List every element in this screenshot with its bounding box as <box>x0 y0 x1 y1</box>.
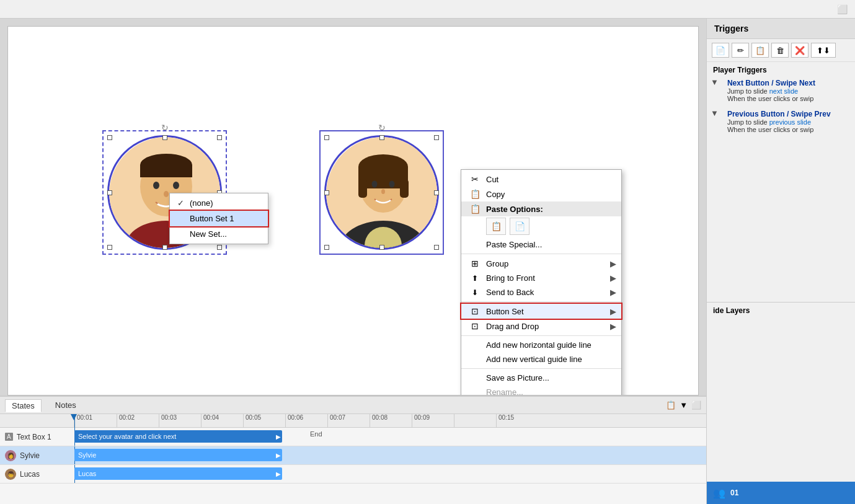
ruler-0005: 00:05 <box>243 414 285 427</box>
bottom-bar-avatar-icon: 👥 <box>713 487 725 499</box>
handle-tl[interactable] <box>107 135 112 140</box>
menu-cut[interactable]: ✂ Cut <box>461 172 621 187</box>
handle-tr[interactable] <box>217 135 222 140</box>
handle-sylvie-tc[interactable] <box>379 135 384 140</box>
triggers-toolbar: 📄 ✏ 📋 🗑 ❌ ⬆⬇ <box>707 39 855 62</box>
trigger-updown-btn[interactable]: ⬆⬇ <box>811 43 836 58</box>
bar-lucas[interactable]: Lucas ▶ <box>74 467 282 480</box>
handle-sylvie-bc[interactable] <box>379 245 384 250</box>
bar-sylvie[interactable]: Sylvie ▶ <box>74 449 282 461</box>
trigger-delete-all-btn[interactable]: ❌ <box>791 43 808 58</box>
handle-br[interactable] <box>217 245 222 250</box>
handle-sylvie-tr[interactable] <box>434 135 439 140</box>
canvas-area: ↻ <box>0 19 706 504</box>
trigger-new-btn[interactable]: 📄 <box>712 43 729 58</box>
rotate-handle-sylvie[interactable]: ↻ <box>377 123 387 133</box>
rotate-handle-lucas[interactable]: ↻ <box>160 123 170 133</box>
menu-add-v-guide[interactable]: Add new vertical guide line <box>461 352 621 366</box>
bring-front-arrow: ▶ <box>610 273 616 283</box>
avatar-sylvie-circle[interactable] <box>324 135 439 250</box>
handle-bc[interactable] <box>162 245 167 250</box>
menu-send-back[interactable]: ⬇ Send to Back ▶ <box>461 285 621 299</box>
playhead-line-top <box>74 414 75 428</box>
menu-save-picture-label: Save as Picture... <box>486 373 549 382</box>
timeline-tool-3[interactable]: ⬜ <box>691 400 701 410</box>
menu-paste-special[interactable]: Paste Special... <box>461 237 621 252</box>
menu-paste-options: 📋 Paste Options: <box>461 201 621 216</box>
tabs-row: States Notes 📋 ▼ ⬜ <box>0 397 706 414</box>
expand-arrow-1[interactable]: ▼ <box>711 77 719 87</box>
tab-notes[interactable]: Notes <box>49 399 82 411</box>
paste-btn-1[interactable]: 📋 <box>486 218 506 235</box>
svg-point-5 <box>153 182 159 189</box>
handle-sylvie-mr[interactable] <box>434 190 439 195</box>
paste-btn-2[interactable]: 📄 <box>510 218 529 235</box>
bar-textbox1[interactable]: Select your avatar and click next ▶ <box>74 430 282 443</box>
send-back-arrow: ▶ <box>610 288 616 297</box>
check-none: ✓ <box>177 198 187 208</box>
context-menu: ✂ Cut 📋 Copy 📋 Paste Options: 📋 📄 <box>461 169 622 396</box>
trigger-duplicate-btn[interactable]: 📋 <box>751 43 769 58</box>
group-icon: ⊞ <box>469 259 481 268</box>
bottom-bar: 👥 01 <box>707 482 855 504</box>
avatar-sylvie-img <box>324 135 439 250</box>
trigger2-detail: Jump to slide previous slide <box>727 118 831 126</box>
timeline-track-textbox1: Select your avatar and click next ▶ End <box>74 428 706 446</box>
send-back-icon: ⬇ <box>469 288 481 297</box>
timeline-label-sylvie: 👩 Sylvie <box>0 450 74 461</box>
cut-icon: ✂ <box>469 174 481 184</box>
bar-textbox1-label: Select your avatar and click next <box>78 433 176 440</box>
trigger1-line2: When the user clicks or swip <box>727 95 815 102</box>
menu-bring-front[interactable]: ⬆ Bring to Front ▶ <box>461 271 621 285</box>
trigger1-link1[interactable]: next slide <box>769 87 798 95</box>
svg-point-6 <box>173 182 179 189</box>
button-set-icon: ⊡ <box>469 306 481 316</box>
handle-sylvie-ml[interactable] <box>324 190 329 195</box>
handle-bl[interactable] <box>107 245 112 250</box>
avatar-sylvie-wrapper[interactable]: ↻ <box>324 123 439 250</box>
handle-sylvie-tl[interactable] <box>324 135 329 140</box>
handle-sylvie-br[interactable] <box>434 245 439 250</box>
triggers-title: Triggers <box>714 24 748 33</box>
submenu-button-set-1-label: Button Set 1 <box>190 214 234 223</box>
menu-group[interactable]: ⊞ Group ▶ <box>461 256 621 271</box>
menu-copy[interactable]: 📋 Copy <box>461 187 621 201</box>
ruler-0015: 00:15 <box>496 414 538 427</box>
menu-add-v-guide-label: Add new vertical guide line <box>486 355 582 364</box>
svg-point-18 <box>381 189 385 194</box>
menu-add-h-guide-label: Add new horizontal guide line <box>486 340 591 350</box>
timeline-tool-1[interactable]: 📋 <box>666 400 676 410</box>
menu-drag-drop-label: Drag and Drop <box>486 322 539 331</box>
tab-states[interactable]: States <box>5 399 42 412</box>
group-arrow: ▶ <box>610 259 616 268</box>
menu-drag-drop[interactable]: ⊡ Drag and Drop ▶ <box>461 319 621 334</box>
timeline-row-lucas: 👦 Lucas Lucas ▶ <box>0 465 706 484</box>
ruler-0006: 00:06 <box>285 414 327 427</box>
submenu-new-set[interactable]: ✓ New Set... <box>170 226 268 242</box>
timeline-tool-2[interactable]: ▼ <box>680 400 688 410</box>
copy-icon: 📋 <box>469 189 481 199</box>
handle-tc[interactable] <box>162 135 167 140</box>
submenu-new-set-label: New Set... <box>190 229 227 239</box>
trigger-edit-btn[interactable]: ✏ <box>732 43 749 58</box>
submenu-button-set-1[interactable]: ✓ Button Set 1 <box>170 211 268 226</box>
trigger-delete-btn[interactable]: 🗑 <box>771 43 789 58</box>
ruler-empty <box>454 414 496 427</box>
submenu-none[interactable]: ✓ (none) <box>170 195 268 211</box>
menu-save-picture[interactable]: Save as Picture... <box>461 371 621 385</box>
separator-3 <box>461 335 621 336</box>
trigger2-link[interactable]: previous slide <box>769 118 811 126</box>
expand-arrow-2[interactable]: ▼ <box>711 108 719 118</box>
handle-ml[interactable] <box>107 190 112 195</box>
menu-rename-label: Rename... <box>486 387 523 396</box>
menu-add-h-guide[interactable]: Add new horizontal guide line <box>461 338 621 352</box>
timeline-track-sylvie: Sylvie ▶ <box>74 446 706 464</box>
handle-sylvie-bl[interactable] <box>324 245 329 250</box>
menu-button-set[interactable]: ⊡ Button Set ▶ <box>461 304 621 319</box>
trigger1: Next Button / Swipe Next Jump to slide n… <box>721 77 822 105</box>
lucas-tiny-avatar: 👦 <box>5 469 16 480</box>
svg-point-16 <box>372 181 378 188</box>
bar-sylvie-label: Sylvie <box>78 451 96 459</box>
trigger1-line1: Jump to slide <box>727 87 768 95</box>
menu-rename[interactable]: Rename... <box>461 385 621 396</box>
